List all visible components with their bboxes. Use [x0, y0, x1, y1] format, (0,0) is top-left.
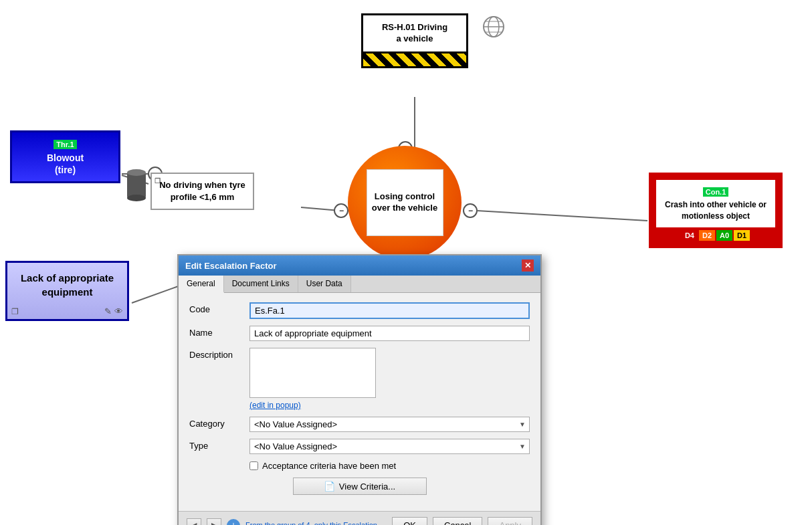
nav-next-button[interactable]: ▶ [207, 518, 221, 526]
escalation-text: Lack of appropriate equipment [13, 271, 122, 299]
barrier-copy-icon: ❐ [155, 177, 161, 186]
footer-info-text: From the group of 4, only this Escalatio… [245, 520, 387, 525]
svg-point-23 [127, 195, 146, 201]
type-select[interactable]: <No Value Assigned> [249, 439, 530, 454]
central-event-node[interactable]: Losing control over the vehicle [348, 146, 462, 259]
dialog-tabs: General Document Links User Data [179, 276, 540, 293]
ok-button[interactable]: OK [392, 517, 427, 525]
acceptance-checkbox-row: Acceptance criteria have been met [189, 461, 530, 471]
code-label: Code [189, 302, 249, 314]
description-section: (edit in popup) [249, 348, 530, 410]
dialog-footer: ◀ ▶ i From the group of 4, only this Esc… [179, 511, 540, 525]
threat-code: Thr.1 [54, 140, 76, 149]
view-criteria-label: View Criteria... [339, 482, 395, 492]
category-label: Category [189, 417, 249, 429]
type-row: Type <No Value Assigned> ▼ [189, 439, 530, 454]
edit-escalation-dialog: Edit Escalation Factor ✕ General Documen… [177, 254, 542, 525]
view-criteria-row: 📄 View Criteria... [189, 478, 530, 495]
dialog-close-button[interactable]: ✕ [522, 259, 534, 272]
svg-text:−: − [468, 206, 473, 215]
dialog-title: Edit Escalation Factor [185, 261, 277, 271]
risk-source-node[interactable]: RS-H.01 Driving a vehicle [361, 13, 468, 68]
escalation-node[interactable]: Lack of appropriate equipment ❐ ✎ 👁 [5, 261, 129, 321]
globe-icon [482, 15, 506, 39]
badge-d4: D4 [682, 230, 698, 241]
svg-line-8 [477, 211, 647, 221]
cancel-button[interactable]: Cancel [433, 517, 482, 525]
doc-icon: 📄 [324, 481, 335, 492]
apply-button[interactable]: Apply [488, 517, 532, 525]
svg-rect-21 [127, 173, 146, 198]
badge-d1: D1 [734, 230, 750, 241]
category-select[interactable]: <No Value Assigned> [249, 417, 530, 432]
type-select-wrapper: <No Value Assigned> ▼ [249, 439, 530, 454]
code-input[interactable] [249, 302, 530, 319]
svg-point-22 [127, 169, 146, 176]
risk-source-label: RS-H.01 Driving [382, 22, 447, 32]
tab-general[interactable]: General [179, 276, 224, 293]
description-textarea[interactable] [249, 348, 376, 398]
escalation-copy-icon: ❐ [11, 307, 19, 316]
consequence-text: Crash into other vehicle or motionless o… [660, 199, 771, 222]
footer-info-icon: i [227, 519, 240, 526]
category-row: Category <No Value Assigned> ▼ [189, 417, 530, 432]
svg-point-6 [464, 204, 477, 217]
name-label: Name [189, 326, 249, 338]
name-row: Name [189, 326, 530, 341]
name-input[interactable] [249, 326, 530, 341]
svg-text:−: − [339, 206, 344, 215]
escalation-view-icon[interactable]: 👁 [114, 306, 123, 316]
description-label: Description [189, 348, 249, 360]
dialog-titlebar: Edit Escalation Factor ✕ [179, 255, 540, 276]
consequence-node[interactable]: Con.1 Crash into other vehicle or motion… [649, 173, 783, 248]
consequence-inner: Con.1 Crash into other vehicle or motion… [656, 180, 775, 227]
barrier-node[interactable]: ❐ No driving when tyre profile <1,6 mm [150, 173, 254, 210]
barrier-text: No driving when tyre profile <1,6 mm [159, 180, 245, 202]
code-row: Code [189, 302, 530, 319]
view-criteria-button[interactable]: 📄 View Criteria... [293, 478, 427, 495]
hazard-stripe [361, 54, 468, 68]
acceptance-checkbox[interactable] [249, 461, 258, 470]
tab-user-data[interactable]: User Data [298, 276, 351, 292]
threat-label: Blowout(tire) [17, 152, 113, 176]
risk-source-box: RS-H.01 Driving a vehicle [361, 13, 468, 54]
canvas: − − − − RS-H.01 Driving a vehicle [0, 0, 812, 525]
category-select-wrapper: <No Value Assigned> ▼ [249, 417, 530, 432]
consequence-code: Con.1 [703, 187, 729, 197]
badge-d2: D2 [699, 230, 715, 241]
svg-line-3 [301, 207, 340, 211]
svg-point-4 [334, 204, 348, 217]
drum-shape [124, 167, 149, 204]
edit-in-popup-link[interactable]: (edit in popup) [249, 401, 301, 410]
acceptance-checkbox-label: Acceptance criteria have been met [262, 461, 396, 471]
description-row: Description (edit in popup) [189, 348, 530, 410]
escalation-edit-icon[interactable]: ✎ [104, 306, 112, 316]
dialog-body: Code Name Description (edit in popup) Ca… [179, 293, 540, 511]
type-label: Type [189, 439, 249, 451]
consequence-badges: D4 D2 A0 D1 [656, 230, 775, 241]
risk-source-label2: a vehicle [397, 33, 433, 43]
escalation-icons: ✎ 👁 [104, 306, 123, 316]
tab-document-links[interactable]: Document Links [224, 276, 298, 292]
central-event-label: Losing control over the vehicle [367, 169, 443, 236]
badge-a0: A0 [716, 230, 732, 241]
threat-node[interactable]: Thr.1 Blowout(tire) [10, 130, 120, 183]
nav-prev-button[interactable]: ◀ [187, 518, 201, 526]
